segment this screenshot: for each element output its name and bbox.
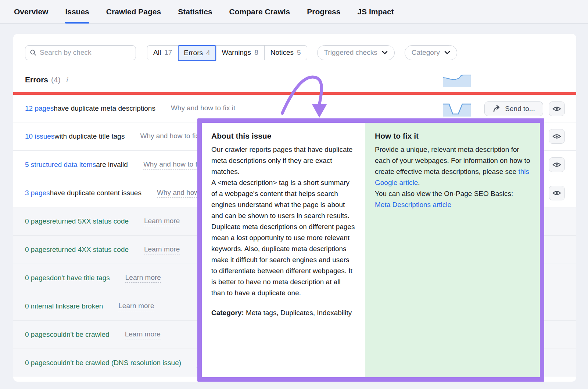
filter-warnings-label: Warnings (222, 49, 251, 57)
tab-statistics[interactable]: Statistics (178, 0, 212, 23)
info-icon[interactable]: i (66, 76, 68, 83)
issue-count-link[interactable]: 10 issues (25, 132, 54, 140)
about-text: Our crawler reports pages that have dupl… (211, 144, 355, 299)
triggered-checks-label: Triggered checks (324, 49, 377, 57)
errors-section-header: Errors (4) i (13, 75, 576, 85)
category-dropdown[interactable]: Category (405, 45, 457, 60)
errors-severity-bar (13, 92, 576, 95)
filter-all[interactable]: All 17 (147, 46, 178, 60)
eye-button[interactable] (549, 186, 565, 200)
issue-count-link: 0 pages (25, 217, 50, 225)
tab-progress[interactable]: Progress (307, 0, 340, 23)
eye-button[interactable] (549, 101, 565, 116)
issue-count-link: 0 pages (25, 246, 50, 254)
learn-more-link[interactable]: Learn more (118, 302, 154, 311)
learn-more-link[interactable]: Learn more (125, 330, 161, 339)
search-input[interactable] (40, 49, 131, 57)
filter-warnings[interactable]: Warnings 8 (216, 46, 265, 60)
issue-text: have duplicate content issues (50, 189, 141, 197)
tab-compare-crawls[interactable]: Compare Crawls (229, 0, 290, 23)
filter-errors[interactable]: Errors 4 (178, 45, 216, 61)
meta-descriptions-article-link[interactable]: Meta Descriptions article (375, 201, 451, 208)
tab-js-impact[interactable]: JS Impact (357, 0, 394, 23)
fix-heading: How to fix it (375, 132, 530, 140)
issue-count-link: 0 pages (25, 274, 50, 282)
filter-notices-label: Notices (270, 49, 294, 57)
eye-icon (552, 190, 561, 196)
tab-overview[interactable]: Overview (14, 0, 48, 23)
eye-button[interactable] (549, 157, 565, 172)
tab-crawled-pages[interactable]: Crawled Pages (106, 0, 161, 23)
issue-count-link: 0 pages (25, 331, 50, 339)
share-arrow-icon (492, 105, 501, 113)
issue-text: returned 4XX status code (50, 246, 129, 254)
issue-text: returned 5XX status code (50, 217, 129, 225)
issue-count-link: 0 internal links (25, 302, 69, 310)
issue-text: are invalid (96, 161, 128, 169)
filter-notices-count: 5 (297, 49, 301, 57)
chevron-down-icon (444, 51, 450, 54)
send-to-button[interactable]: Send to... (484, 101, 543, 116)
issue-text: don't have title tags (50, 274, 110, 282)
eye-icon (552, 106, 561, 112)
eye-button[interactable] (549, 129, 565, 144)
filter-all-count: 17 (164, 49, 172, 57)
about-heading: About this issue (211, 132, 355, 140)
filter-all-label: All (153, 49, 161, 57)
filter-errors-count: 4 (206, 49, 210, 57)
issue-text: are broken (69, 302, 103, 310)
issue-count-link[interactable]: 5 structured data items (25, 161, 96, 169)
issue-count-link[interactable]: 12 pages (25, 104, 54, 113)
learn-more-link[interactable]: Learn more (125, 274, 161, 283)
send-to-label: Send to... (505, 105, 535, 113)
triggered-checks-dropdown[interactable]: Triggered checks (317, 45, 395, 60)
how-to-fix-panel: How to fix it Provide a unique, relevant… (365, 123, 540, 377)
filter-errors-label: Errors (184, 49, 203, 57)
why-how-to-fix-link[interactable]: Why and how to fix it (171, 104, 235, 113)
severity-filter: All 17 Errors 4 Warnings 8 Notices 5 (147, 45, 307, 60)
section-title: Errors (25, 75, 48, 84)
issue-count-link: 0 pages (25, 359, 50, 367)
learn-more-link[interactable]: Learn more (144, 245, 180, 254)
chevron-down-icon (382, 51, 388, 54)
filter-bar: All 17 Errors 4 Warnings 8 Notices 5 Tri… (13, 34, 576, 60)
issue-trend-sparkline (443, 102, 471, 117)
eye-icon (552, 133, 561, 140)
top-navigation: Overview Issues Crawled Pages Statistics… (0, 0, 588, 24)
section-count: (4) (51, 75, 61, 84)
filter-notices[interactable]: Notices 5 (265, 46, 307, 60)
issue-text: couldn't be crawled (50, 331, 110, 339)
search-box[interactable] (25, 45, 136, 60)
filter-warnings-count: 8 (254, 49, 258, 57)
fix-text: Provide a unique, relevant meta descript… (375, 144, 530, 210)
category-line: Category: Meta tags, Duplicates, Indexab… (211, 307, 355, 318)
issue-text: couldn't be crawled (DNS resolution issu… (50, 359, 181, 367)
issue-text: with duplicate title tags (54, 132, 125, 140)
category-dropdown-label: Category (412, 49, 440, 57)
issue-text: have duplicate meta descriptions (54, 104, 155, 113)
why-how-to-fix-link[interactable]: Why and how to fix it (140, 132, 204, 141)
issue-details-popup: About this issue Our crawler reports pag… (197, 118, 544, 382)
about-this-issue-panel: About this issue Our crawler reports pag… (202, 123, 365, 377)
search-icon (30, 49, 36, 56)
learn-more-link[interactable]: Learn more (144, 217, 180, 226)
issue-count-link[interactable]: 3 pages (25, 189, 50, 197)
tab-issues[interactable]: Issues (65, 0, 89, 23)
errors-trend-sparkline (443, 74, 471, 87)
eye-icon (552, 161, 561, 168)
